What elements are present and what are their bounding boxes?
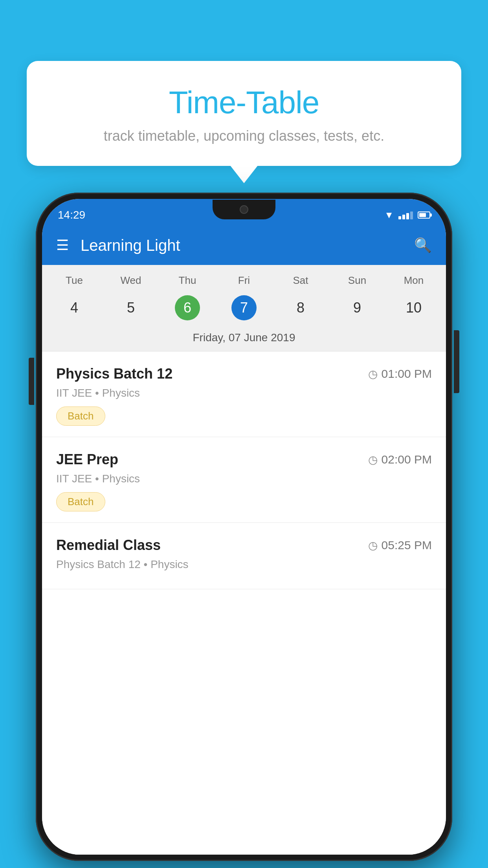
schedule-item-1-title: Physics Batch 12 xyxy=(56,366,172,382)
schedule-item-1-subtitle: IIT JEE • Physics xyxy=(56,387,432,399)
schedule-item-3-title: Remedial Class xyxy=(56,537,161,554)
schedule-item-2-subtitle: IIT JEE • Physics xyxy=(56,473,432,485)
day-8[interactable]: 8 xyxy=(272,291,329,324)
schedule-item-2-badge: Batch xyxy=(56,492,105,511)
schedule-item-3-subtitle: Physics Batch 12 • Physics xyxy=(56,558,432,571)
schedule-item-1-time-text: 01:00 PM xyxy=(382,367,432,381)
day-4[interactable]: 4 xyxy=(46,291,103,324)
days-numbers: 4 5 6 7 8 9 10 xyxy=(42,290,446,328)
day-10[interactable]: 10 xyxy=(385,291,442,324)
schedule-item-3-header: Remedial Class ◷ 05:25 PM xyxy=(56,537,432,554)
battery-icon xyxy=(418,211,430,219)
wifi-icon: ▼ xyxy=(384,210,394,221)
schedule-item-1-badge: Batch xyxy=(56,406,105,426)
day-name-wed: Wed xyxy=(103,271,159,290)
schedule-item-3-time-text: 05:25 PM xyxy=(382,539,432,552)
calendar-strip: Tue Wed Thu Fri Sat Sun Mon 4 5 6 7 xyxy=(42,265,446,351)
tooltip-card: Time-Table track timetable, upcoming cla… xyxy=(27,61,461,166)
day-name-sat: Sat xyxy=(272,271,329,290)
day-name-tue: Tue xyxy=(46,271,103,290)
signal-bars xyxy=(398,211,413,219)
day-6-circle[interactable]: 6 xyxy=(175,295,200,320)
tooltip-title: Time-Table xyxy=(46,85,442,121)
schedule-item-2-title: JEE Prep xyxy=(56,451,118,468)
schedule-item-2: JEE Prep ◷ 02:00 PM IIT JEE • Physics Ba… xyxy=(42,437,446,523)
schedule-item-3-time: ◷ 05:25 PM xyxy=(368,539,432,552)
day-name-fri: Fri xyxy=(216,271,272,290)
clock-icon-1: ◷ xyxy=(368,368,378,381)
clock-icon-3: ◷ xyxy=(368,539,378,552)
selected-date: Friday, 07 June 2019 xyxy=(42,328,446,351)
phone-screen: 14:29 ▼ ☰ Learning Light xyxy=(42,199,446,855)
schedule-item-2-time: ◷ 02:00 PM xyxy=(368,453,432,466)
status-icons: ▼ xyxy=(384,210,430,221)
days-header: Tue Wed Thu Fri Sat Sun Mon xyxy=(42,265,446,290)
schedule-item-2-header: JEE Prep ◷ 02:00 PM xyxy=(56,451,432,468)
tooltip-subtitle: track timetable, upcoming classes, tests… xyxy=(46,128,442,144)
day-7[interactable]: 7 xyxy=(216,291,272,324)
clock-icon-2: ◷ xyxy=(368,453,378,466)
notch xyxy=(213,200,275,219)
phone-wrapper: 14:29 ▼ ☰ Learning Light xyxy=(36,193,452,861)
day-name-thu: Thu xyxy=(159,271,216,290)
day-5[interactable]: 5 xyxy=(103,291,159,324)
day-9[interactable]: 9 xyxy=(329,291,385,324)
app-bar: ☰ Learning Light 🔍 xyxy=(42,226,446,265)
schedule-item-1-time: ◷ 01:00 PM xyxy=(368,367,432,381)
app-title: Learning Light xyxy=(81,237,414,254)
schedule-list: Physics Batch 12 ◷ 01:00 PM IIT JEE • Ph… xyxy=(42,351,446,855)
schedule-item-1: Physics Batch 12 ◷ 01:00 PM IIT JEE • Ph… xyxy=(42,351,446,437)
schedule-item-1-header: Physics Batch 12 ◷ 01:00 PM xyxy=(56,366,432,382)
hamburger-icon[interactable]: ☰ xyxy=(56,237,69,254)
schedule-item-2-time-text: 02:00 PM xyxy=(382,453,432,466)
phone-shell: 14:29 ▼ ☰ Learning Light xyxy=(36,193,452,861)
day-name-mon: Mon xyxy=(385,271,442,290)
day-name-sun: Sun xyxy=(329,271,385,290)
search-icon[interactable]: 🔍 xyxy=(414,237,432,254)
schedule-item-3: Remedial Class ◷ 05:25 PM Physics Batch … xyxy=(42,523,446,589)
day-7-circle[interactable]: 7 xyxy=(231,295,257,320)
day-6[interactable]: 6 xyxy=(159,291,216,324)
camera-dot xyxy=(240,205,248,214)
